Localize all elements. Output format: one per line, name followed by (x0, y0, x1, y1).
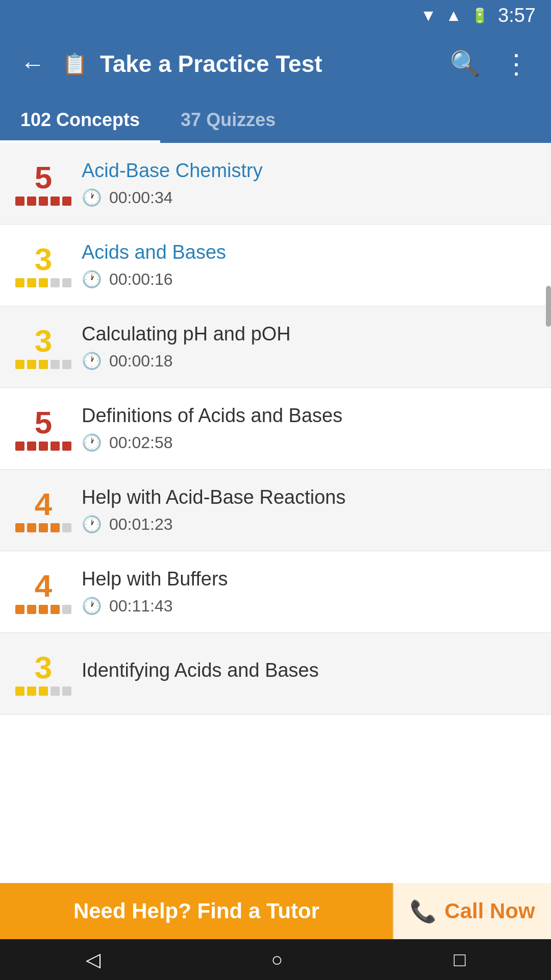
rating-dot (15, 523, 24, 532)
rating-dot (27, 278, 36, 287)
time-value: 00:00:18 (109, 352, 173, 371)
list-item[interactable]: 3 Acids and Bases 🕐 00:00:16 (0, 225, 551, 306)
clock-icon: 🕐 (82, 270, 102, 289)
rating-dots (15, 278, 71, 287)
item-time: 🕐 00:00:18 (82, 351, 536, 371)
item-title: Help with Acid-Base Reactions (82, 486, 536, 508)
scrollbar[interactable] (546, 286, 551, 327)
rating-number: 4 (35, 488, 52, 520)
tab-quizzes[interactable]: 37 Quizzes (160, 97, 296, 143)
nav-bar: ◁ ○ □ (0, 939, 551, 980)
item-title: Acids and Bases (82, 241, 536, 263)
battery-icon: 🔋 (471, 7, 489, 24)
clock-icon: 🕐 (82, 351, 102, 371)
list-item[interactable]: 3 Identifying Acids and Bases (0, 633, 551, 715)
status-icons: ▼ ▲ 🔋 3:57 (420, 5, 536, 27)
item-time: 🕐 00:02:58 (82, 433, 536, 452)
rating-badge: 5 (15, 162, 71, 206)
rating-dot (62, 523, 71, 532)
back-button[interactable]: ← (15, 45, 50, 83)
clock-icon: 🕐 (82, 188, 102, 207)
rating-dot (62, 687, 71, 696)
item-title: Calculating pH and pOH (82, 323, 536, 345)
rating-dot (62, 360, 71, 369)
clock-icon: 🕐 (82, 596, 102, 616)
app-bar: ← 📋 Take a Practice Test 🔍 ⋮ (0, 31, 551, 97)
find-tutor-label: Need Help? Find a Tutor (73, 899, 319, 923)
search-button[interactable]: 🔍 (445, 44, 486, 83)
document-icon: 📋 (62, 52, 88, 76)
rating-dot (27, 442, 36, 451)
rating-dots (15, 687, 71, 696)
rating-dot (62, 278, 71, 287)
rating-dot (15, 687, 24, 696)
list-item[interactable]: 4 Help with Acid-Base Reactions 🕐 00:01:… (0, 470, 551, 551)
rating-dot (62, 442, 71, 451)
rating-dot (27, 605, 36, 614)
rating-dot (39, 278, 48, 287)
tab-quizzes-label: 37 Quizzes (181, 109, 276, 131)
clock-icon: 🕐 (82, 514, 102, 534)
rating-number: 3 (35, 325, 52, 357)
item-content: Acid-Base Chemistry 🕐 00:00:34 (71, 160, 536, 207)
rating-dots (15, 360, 71, 369)
rating-badge: 3 (15, 243, 71, 287)
app-bar-title: Take a Practice Test (100, 50, 433, 78)
call-now-button[interactable]: 📞 Call Now (393, 883, 551, 939)
rating-dot (39, 687, 48, 696)
bottom-banner: Need Help? Find a Tutor 📞 Call Now (0, 883, 551, 939)
list-item[interactable]: 5 Acid-Base Chemistry 🕐 00:00:34 (0, 143, 551, 225)
rating-dot (51, 278, 60, 287)
time-value: 00:00:34 (109, 188, 173, 207)
rating-dots (15, 197, 71, 206)
rating-dot (15, 605, 24, 614)
rating-badge: 4 (15, 488, 71, 532)
list-item[interactable]: 5 Definitions of Acids and Bases 🕐 00:02… (0, 388, 551, 470)
nav-recent-button[interactable]: □ (439, 944, 481, 976)
rating-dot (51, 442, 60, 451)
item-content: Definitions of Acids and Bases 🕐 00:02:5… (71, 405, 536, 452)
item-time: 🕐 00:11:43 (82, 596, 536, 616)
find-tutor-button[interactable]: Need Help? Find a Tutor (0, 883, 393, 939)
time-value: 00:00:16 (109, 270, 173, 289)
item-title: Help with Buffers (82, 568, 536, 590)
rating-dot (27, 523, 36, 532)
rating-dot (15, 197, 24, 206)
rating-dot (51, 197, 60, 206)
item-title: Definitions of Acids and Bases (82, 405, 536, 427)
list-item[interactable]: 4 Help with Buffers 🕐 00:11:43 (0, 551, 551, 633)
rating-dot (51, 523, 60, 532)
rating-number: 5 (35, 407, 52, 438)
item-content: Help with Buffers 🕐 00:11:43 (71, 568, 536, 616)
rating-dot (62, 197, 71, 206)
rating-dot (51, 360, 60, 369)
nav-back-button[interactable]: ◁ (70, 943, 116, 976)
rating-badge: 3 (15, 652, 71, 696)
rating-dots (15, 442, 71, 451)
rating-dot (51, 687, 60, 696)
status-bar: ▼ ▲ 🔋 3:57 (0, 0, 551, 31)
item-time: 🕐 00:01:23 (82, 514, 536, 534)
rating-dot (15, 442, 24, 451)
rating-number: 3 (35, 652, 52, 683)
more-options-button[interactable]: ⋮ (498, 43, 536, 84)
rating-number: 5 (35, 162, 52, 193)
item-content: Acids and Bases 🕐 00:00:16 (71, 241, 536, 289)
time-value: 00:01:23 (109, 515, 173, 534)
clock-icon: 🕐 (82, 433, 102, 452)
content-area: 5 Acid-Base Chemistry 🕐 00:00:34 3 Acids… (0, 143, 551, 883)
rating-dot (15, 278, 24, 287)
tab-concepts[interactable]: 102 Concepts (0, 97, 160, 143)
rating-badge: 3 (15, 325, 71, 369)
rating-dot (39, 197, 48, 206)
list-item[interactable]: 3 Calculating pH and pOH 🕐 00:00:18 (0, 306, 551, 388)
rating-badge: 4 (15, 570, 71, 614)
phone-icon: 📞 (410, 899, 436, 924)
nav-home-button[interactable]: ○ (256, 944, 298, 976)
rating-dot (27, 360, 36, 369)
rating-dot (27, 687, 36, 696)
time-value: 00:11:43 (109, 597, 173, 616)
status-time: 3:57 (498, 5, 536, 27)
rating-dot (27, 197, 36, 206)
rating-dot (62, 605, 71, 614)
